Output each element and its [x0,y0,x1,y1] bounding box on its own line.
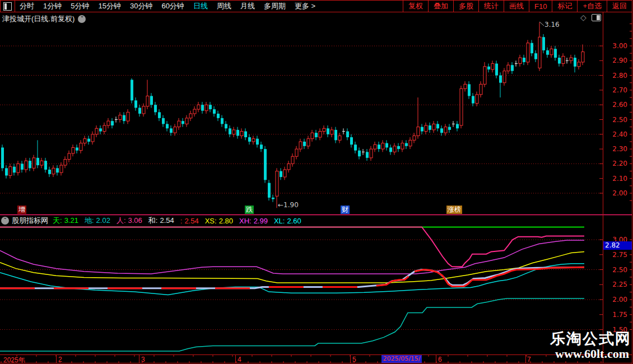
date-tick-label: 5 [352,356,356,363]
cursor-price-badge: 2.82 [603,241,632,250]
menu-item-+自选[interactable]: +自选 [577,1,607,12]
marker-tag[interactable]: 跌 [245,206,254,214]
axis-tick-label: 2.70 [603,86,627,94]
menu-item-周线[interactable]: 周线 [212,1,236,11]
axis-tick-label: 2.50 [603,266,627,274]
axis-tick-label: 2.10 [603,175,627,183]
title-icons: ◇ [580,13,601,21]
axis-tick-label: 3.00 [603,42,627,50]
watermark-line2: www.60lt.com [555,347,629,361]
axis-tick-label: 1.75 [603,311,627,319]
axis-tick-label: 2.00 [603,189,627,197]
candlestick-layer [1,22,584,208]
menu-item-15分钟[interactable]: 15分钟 [94,1,125,11]
indicator-field: 和:2.54 [148,216,174,226]
menu-item-更多 >[interactable]: 更多 > [290,1,320,11]
axis-tick-label: 2.20 [603,160,627,167]
menu-item-月线[interactable]: 月线 [236,1,259,11]
date-tick-label: 3 [141,356,145,363]
menu-item-1分钟[interactable]: 1分钟 [39,1,66,11]
axis-tick-label: 2.00 [603,296,627,304]
indicator-field: 地:2.02 [85,216,110,226]
date-tick-label: 6 [438,356,442,363]
chevron-down-icon[interactable]: ˇ [1,217,9,225]
date-tick-label: 7 [527,356,531,363]
axis-tick-label: 2.75 [603,251,627,259]
axis-tick-label: 2.60 [603,101,627,109]
indicator-values: 天:3.21地:2.02人:3.06和:2.54:2.54XS:2.80XH:2… [53,216,308,226]
high-price-annotation: 3.16 [544,21,560,29]
date-tick-label: 4 [238,356,241,363]
page-title: 津投城开(日线.前复权) [2,14,75,24]
menu-item-30分钟[interactable]: 30分钟 [125,1,157,11]
indicator-lines-layer [0,227,584,352]
indicator-field: XH:2.99 [239,217,268,225]
indicator-field: XS:2.80 [205,217,233,225]
titlebar: 津投城开(日线.前复权) ˇ [2,14,86,24]
menu-item-分时[interactable]: 分时 [15,1,39,11]
menu-item-60分钟[interactable]: 60分钟 [157,1,188,11]
indicator-field: 人:3.06 [117,216,142,226]
menu-item-5分钟[interactable]: 5分钟 [66,1,94,11]
tools-menu: 复权叠加多股统计画线F10标记+自选返回 [403,1,632,12]
axis-tick-label: 2.40 [603,130,627,138]
axis-tick-label: 2.30 [603,145,627,153]
menu-item-画线[interactable]: 画线 [504,1,529,12]
menu-item-统计[interactable]: 统计 [478,1,504,12]
marker-tag[interactable]: 增 [17,206,26,214]
period-menu: 分时1分钟5分钟15分钟30分钟60分钟日线周线月线多周期更多 > [15,1,320,12]
toolbar: 分时1分钟5分钟15分钟30分钟60分钟日线周线月线多周期更多 > 复权叠加多股… [0,0,632,12]
date-tick-label: 2 [58,356,62,363]
menu-item-复权[interactable]: 复权 [403,1,428,12]
annotation-layer [539,22,544,26]
chart-canvas [0,0,633,364]
menu-item-标记[interactable]: 标记 [552,1,577,12]
marker-tag[interactable]: 涨榜 [446,206,462,214]
menu-item-日线[interactable]: 日线 [189,1,212,11]
indicator-name: 股朋指标网 [12,216,48,226]
menu-item-多周期[interactable]: 多周期 [259,1,290,11]
sidebar-toggle-icon[interactable] [3,2,12,11]
menu-item-F10[interactable]: F10 [529,1,552,12]
menu-item-多股[interactable]: 多股 [453,1,478,12]
indicator-field: 天:3.21 [53,216,78,226]
diamond-icon[interactable]: ◇ [580,13,587,21]
marker-tag[interactable]: 财 [341,206,350,214]
date-tick-label: 2025年 [3,356,25,364]
watermark-line1: 乐淘公式网 [550,329,631,349]
indicator-field: :2.54 [180,217,199,225]
axis-tick-label: 2.80 [603,72,627,80]
cursor-date-badge: 2025/05/15/四 [381,355,422,363]
low-price-annotation: ←1.90 [278,201,299,209]
pane-toggle-icon[interactable] [592,14,601,21]
axis-tick-label: 2.25 [603,281,627,288]
chevron-down-icon[interactable]: ˇ [78,15,86,23]
menu-item-返回[interactable]: 返回 [607,1,632,12]
menu-item-叠加[interactable]: 叠加 [428,1,453,12]
indicator-header: ˇ 股朋指标网 天:3.21地:2.02人:3.06和:2.54:2.54XS:… [1,216,308,225]
axis-tick-label: 2.50 [603,116,627,124]
indicator-field: XL:2.60 [274,217,301,225]
axis-tick-label: 2.90 [603,57,627,64]
border-layer [0,0,632,364]
